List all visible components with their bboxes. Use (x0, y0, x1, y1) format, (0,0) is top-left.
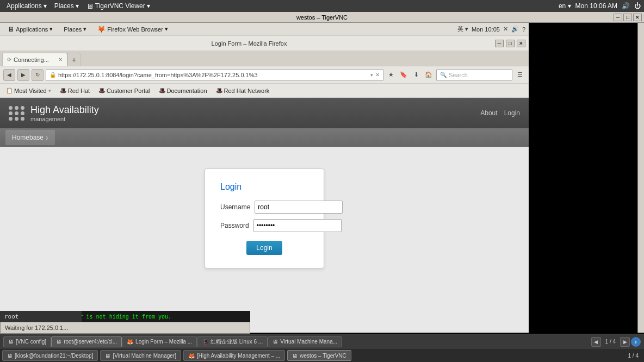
ff-address-arrow[interactable]: ▾ (370, 72, 373, 78)
vnc-scrollbar[interactable] (637, 23, 644, 333)
bookmark-redhat-network[interactable]: 🎩 Red Hat Network (213, 86, 273, 95)
taskbar-item-virt[interactable]: 🖥 Virtual Machine Mana... (268, 336, 342, 347)
system-clock: Mon 10:06 AM (575, 2, 617, 10)
ha-app-title: High Availability (30, 104, 99, 116)
login-password-row: Password (220, 219, 308, 232)
ha-dot-2 (15, 106, 18, 110)
bookmark-most-visited-label: Most Visited (14, 88, 47, 94)
username-input[interactable] (255, 201, 343, 214)
volume-icon[interactable]: 🔊 (622, 2, 630, 10)
ff-gnome-places[interactable]: Places ▾ (59, 24, 91, 34)
ha-about-link[interactable]: About (480, 109, 497, 117)
vnc-close-button[interactable]: ✕ (633, 14, 642, 21)
ff-places-arrow: ▾ (83, 26, 86, 33)
ff-close-button[interactable]: ✕ (517, 40, 525, 47)
vnc-title-bar: westos – TigerVNC ─ □ ✕ (0, 12, 644, 23)
applications-label: Applications (7, 2, 42, 10)
taskbar-item-vnc-label: [VNC config] (16, 339, 46, 345)
ha-dot-1 (9, 106, 13, 110)
pager-prev-button[interactable]: ◀ (591, 337, 601, 347)
ff-tab-connecting[interactable]: ⟳ Connecting... ✕ (2, 53, 67, 66)
taskbar-item-firefox-icon: 🦊 (127, 339, 133, 345)
applications-menu[interactable]: Applications ▾ (3, 1, 50, 11)
ff-help-icon[interactable]: ? (522, 26, 525, 33)
taskbar-item-rhel[interactable]: 🎩 红帽企业版 Linux 6 ... (197, 336, 268, 347)
ff-bookmarks-bar: 📋 Most Visited ▾ 🎩 Red Hat 🎩 Customer Po… (0, 84, 529, 98)
ff-browser-arrow: ▾ (165, 26, 168, 33)
ha-dot-8 (15, 117, 18, 121)
ff-lock-icon: 🔒 (49, 72, 56, 78)
pager-next-button[interactable]: ▶ (620, 337, 630, 347)
ha-logo-dots (9, 106, 25, 121)
places-menu[interactable]: Places ▾ (51, 1, 82, 11)
customer-portal-icon: 🎩 (98, 88, 105, 93)
ff-menu-icon[interactable]: ☰ (515, 70, 525, 80)
ff-maximize-button[interactable]: □ (506, 40, 515, 47)
ha-login-link[interactable]: Login (504, 109, 520, 117)
taskbar-item-firefox[interactable]: 🦊 Login Form – Mozilla ... (122, 336, 197, 347)
ff-tab-close-btn[interactable]: ✕ (58, 57, 63, 63)
ff-new-tab-button[interactable]: + (67, 53, 81, 66)
bookmark-customer-portal[interactable]: 🎩 Customer Portal (96, 86, 152, 95)
taskbar-item-root[interactable]: 🖥 root@server4:/etc/cl... (51, 336, 122, 347)
login-username-row: Username (220, 201, 308, 214)
login-button[interactable]: Login (246, 241, 282, 255)
taskbar-pager: ◀ 1 / 4 ▶ i (591, 337, 641, 347)
ff-search-box[interactable]: 🔍 Search (436, 69, 512, 81)
bottom-virt-label: [Virtual Machine Manager] (113, 353, 176, 359)
applications-arrow: ▾ (44, 2, 47, 10)
taskbar-bottom: 🖥 [kiosk@foundation21:~/Desktop] 🖥 [Virt… (0, 349, 644, 362)
ff-tab-spinner: ⟳ (7, 57, 11, 63)
ff-download-icon[interactable]: ⬇ (411, 70, 422, 80)
ff-address-box[interactable]: 🔒 https://172.25.0.1:8084/login?came_fro… (46, 69, 383, 81)
documentation-icon: 🎩 (159, 88, 165, 93)
taskbar-item-root-icon: 🖥 (56, 339, 61, 345)
ff-forward-button[interactable]: ▶ (17, 69, 29, 81)
ha-nav-homebase-label: Homebase (12, 134, 44, 141)
ha-dot-9 (21, 117, 24, 121)
bottom-item-tigervnc[interactable]: 🖥 westos – TigerVNC (287, 350, 351, 361)
ha-nav-homebase[interactable]: Homebase › (5, 130, 55, 145)
ff-bookmark-icon[interactable]: 🔖 (398, 70, 409, 80)
bookmark-redhat[interactable]: 🎩 Red Hat (57, 86, 92, 95)
bottom-virt-icon: 🖥 (105, 353, 110, 359)
locale-indicator[interactable]: en ▾ (559, 2, 571, 10)
places-label: Places (54, 2, 74, 10)
ff-reload-button[interactable]: ↻ (32, 69, 44, 81)
ff-gnome-bar: 🖥 Applications ▾ Places ▾ 🦊 Firefox Web … (0, 23, 529, 36)
bottom-item-virt-mgr[interactable]: 🖥 [Virtual Machine Manager] (100, 350, 181, 361)
ff-bookmark-star[interactable]: ★ (386, 70, 397, 80)
ff-gnome-apps[interactable]: 🖥 Applications ▾ (3, 24, 57, 34)
ff-volume-icon[interactable]: 🔊 (511, 26, 519, 33)
ff-locale[interactable]: 英 ▾ (457, 25, 468, 33)
vnc-window-controls: ─ □ ✕ (614, 14, 642, 21)
vnc-minimize-button[interactable]: ─ (614, 14, 622, 21)
ff-gnome-browser[interactable]: 🦊 Firefox Web Browser ▾ (93, 24, 172, 34)
tigervnc-arrow: ▾ (147, 2, 150, 10)
bookmark-most-visited[interactable]: 📋 Most Visited ▾ (3, 86, 54, 95)
ha-logo-area: High Availability management (9, 104, 99, 122)
username-label: Username (220, 203, 250, 211)
ff-home-icon[interactable]: 🏠 (423, 70, 434, 80)
redhat-icon: 🎩 (60, 88, 66, 93)
ha-app-subtitle: management (30, 116, 99, 122)
pager-info-button[interactable]: i (631, 337, 641, 347)
ff-address-bar: ◀ ▶ ↻ 🔒 https://172.25.0.1:8084/login?ca… (0, 66, 529, 84)
bottom-item-kiosk[interactable]: 🖥 [kiosk@foundation21:~/Desktop] (2, 350, 98, 361)
pager-info-label: i (635, 339, 637, 345)
ff-title: Login Form – Mozilla Firefox (3, 40, 495, 47)
password-input[interactable] (253, 219, 342, 232)
bottom-pager: 1 / 4 (625, 353, 642, 359)
ff-minimize-button[interactable]: ─ (495, 40, 504, 47)
bottom-kiosk-icon: 🖥 (7, 353, 13, 359)
vnc-maximize-button[interactable]: □ (623, 14, 632, 21)
tigervnc-menu[interactable]: 🖥 TigerVNC Viewer ▾ (83, 1, 153, 11)
bookmark-documentation[interactable]: 🎩 Documentation (156, 86, 210, 95)
ff-back-button[interactable]: ◀ (3, 69, 15, 81)
power-icon[interactable]: ⏻ (634, 2, 641, 10)
taskbar-item-vnc-config[interactable]: 🖥 [VNC config] (3, 336, 51, 347)
ha-header-links: About Login (480, 109, 520, 117)
ff-close-icon[interactable]: ✕ (503, 26, 508, 33)
ff-address-clear[interactable]: ✕ (375, 72, 380, 78)
bottom-item-ha[interactable]: 🦊 [High Availability Management – ... (183, 350, 285, 361)
